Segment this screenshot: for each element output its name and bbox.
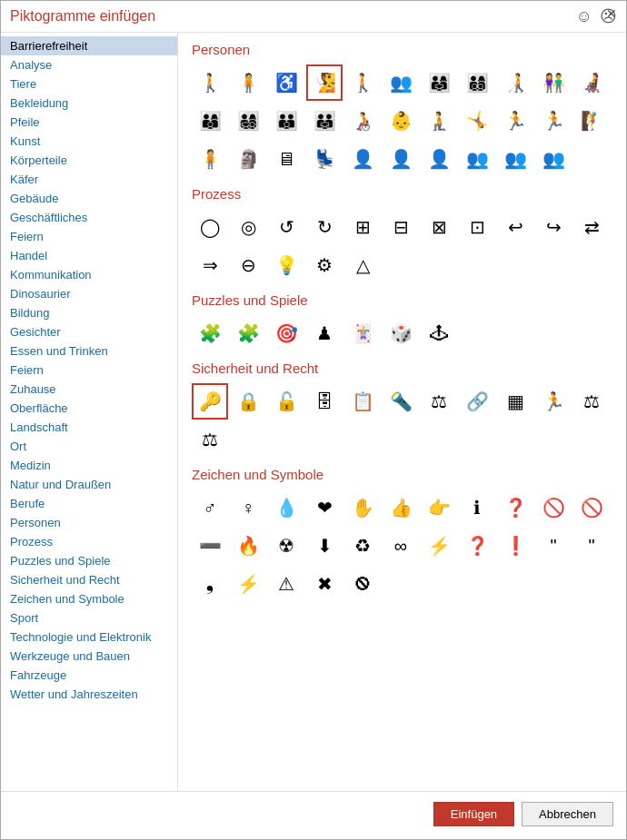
icon-cell[interactable]: 🧎 [421,103,457,139]
sidebar-item-gebäude[interactable]: Gebäude [1,189,177,208]
icon-cell[interactable]: ❓ [459,528,495,564]
icon-cell[interactable]: 🧑‍🦼 [573,64,610,101]
sidebar-item-gesichter[interactable]: Gesichter [1,322,177,341]
icon-cell[interactable]: 🧑‍🦽 [344,103,381,139]
icon-cell[interactable]: 👨‍👨‍👧 [306,103,343,139]
sidebar-item-kunst[interactable]: Kunst [1,132,177,151]
icon-cell[interactable]: 👥 [535,141,572,177]
icon-cell[interactable]: 👍 [383,489,419,526]
icon-cell[interactable]: " [573,528,610,564]
icon-cell[interactable]: 📋 [344,383,381,420]
icon-cell[interactable]: ♿ [268,64,304,101]
icon-cell[interactable]: ➖ [192,528,228,564]
icon-cell[interactable]: ⚖ [192,421,228,458]
sidebar-item-ort[interactable]: Ort [1,437,177,456]
icon-cell[interactable]: 👶 [383,103,419,139]
icon-cell[interactable]: 🚶 [344,64,381,101]
sidebar-item-bekleidung[interactable]: Bekleidung [1,94,177,113]
icon-cell[interactable]: 🛇 [344,566,381,602]
icon-cell[interactable]: 👨‍👩‍👦‍👦 [459,64,495,101]
icon-cell[interactable]: 🧏 [306,64,343,101]
icon-cell[interactable]: ❗ [497,528,533,564]
icon-cell[interactable]: ⬇ [306,528,343,564]
icon-cell[interactable]: ⚖ [421,383,457,420]
sidebar-item-barrierefreiheit[interactable]: Barrierefreiheit [1,36,177,55]
icon-cell[interactable]: ⚖ [573,383,610,420]
insert-button[interactable]: Einfügen [433,802,514,826]
sidebar-item-pfeile[interactable]: Pfeile [1,113,177,132]
sidebar-item-werkzeuge-und-bauen[interactable]: Werkzeuge und Bauen [1,647,177,666]
icon-cell[interactable]: 🚫 [535,489,572,526]
icon-cell[interactable]: ℹ [459,489,495,526]
icon-cell[interactable]: ↺ [268,209,304,245]
icon-cell[interactable]: 🎲 [383,315,419,351]
icon-cell[interactable]: ✖ [306,566,343,602]
icon-cell[interactable]: 🤸 [459,103,495,139]
icon-cell[interactable]: ⚠ [268,566,304,602]
icon-cell[interactable]: 🕹 [421,315,457,351]
icon-cell[interactable]: 👪 [268,103,304,139]
icon-cell[interactable]: 🔑 [192,383,228,420]
icon-cell[interactable]: 👥 [497,141,533,177]
icon-cell[interactable]: △ [344,247,381,283]
icon-cell[interactable]: 👨‍👩‍👦 [192,103,228,139]
sidebar-item-puzzles-und-spiele[interactable]: Puzzles und Spiele [1,551,177,570]
icon-cell[interactable]: 👤 [344,141,381,177]
icon-cell[interactable]: ✋ [344,489,381,526]
icon-cell[interactable]: 🏃 [497,103,533,139]
sidebar-item-bildung[interactable]: Bildung [1,303,177,322]
cancel-button[interactable]: Abbrechen [522,802,613,826]
happy-icon[interactable]: ☺ [576,7,592,26]
icon-cell[interactable]: 🔓 [268,383,304,420]
icon-cell[interactable]: 🚶 [192,64,228,101]
sidebar-item-körperteile[interactable]: Körperteile [1,151,177,170]
icon-cell[interactable]: 🧍 [230,64,266,101]
icon-cell[interactable]: 👨‍👩‍👧‍👦 [230,103,266,139]
icon-cell[interactable]: 💺 [306,141,343,177]
sidebar-item-personen[interactable]: Personen [1,513,177,532]
icon-cell[interactable]: 👤 [421,141,457,177]
icon-cell[interactable]: ❤ [306,489,343,526]
icon-cell[interactable]: ⊞ [344,209,381,245]
icon-cell[interactable]: ⊖ [230,247,266,283]
icon-cell[interactable]: 🔦 [383,383,419,420]
sidebar-item-sicherheit-und-recht[interactable]: Sicherheit und Recht [1,570,177,589]
close-button[interactable]: ✕ [606,6,617,21]
icon-cell[interactable]: 🧑‍🦯 [497,64,533,101]
icon-cell[interactable]: 🏃 [535,383,572,420]
sidebar-item-technologie-und-elektronik[interactable]: Technologie und Elektronik [1,628,177,647]
icon-cell[interactable]: 🗄 [306,383,343,420]
sidebar-item-feiern[interactable]: Feiern [1,227,177,246]
icon-cell[interactable]: ♀ [230,489,266,526]
sidebar-item-oberfläche[interactable]: Oberfläche [1,399,177,418]
icon-cell[interactable]: 🧩 [192,315,228,351]
icon-cell[interactable]: 👉 [421,489,457,526]
icon-cell[interactable]: 🎯 [268,315,304,351]
icon-cell[interactable]: ⊡ [459,209,495,245]
icon-cell[interactable]: 👫 [535,64,572,101]
icon-cell[interactable]: ↩ [497,209,533,245]
icon-cell[interactable]: ⚡ [421,528,457,564]
icon-cell[interactable]: ♻ [344,528,381,564]
icon-cell[interactable]: 🖥 [268,141,304,177]
icon-cell[interactable]: 🚫 [573,489,610,526]
icon-cell[interactable]: ☢ [268,528,304,564]
icon-cell[interactable]: " [535,528,572,564]
icon-cell[interactable]: ❟ [192,566,228,602]
icon-cell[interactable]: ⊠ [421,209,457,245]
sidebar-item-käfer[interactable]: Käfer [1,170,177,189]
icon-cell[interactable]: ⇒ [192,247,228,283]
icon-cell[interactable]: ∞ [383,528,419,564]
sidebar-item-kommunikation[interactable]: Kommunikation [1,265,177,284]
sidebar-item-wetter-und-jahreszeiten[interactable]: Wetter und Jahreszeiten [1,685,177,704]
icon-cell[interactable]: 🧗 [573,103,610,139]
sidebar-item-fahrzeuge[interactable]: Fahrzeuge [1,666,177,685]
sidebar-item-geschäftliches[interactable]: Geschäftliches [1,208,177,227]
icon-cell[interactable]: 💡 [268,247,304,283]
icon-cell[interactable]: 🗿 [230,141,266,177]
sidebar-item-prozess[interactable]: Prozess [1,532,177,551]
icon-cell[interactable]: ⚡ [230,566,266,602]
sidebar-item-dinosaurier[interactable]: Dinosaurier [1,284,177,303]
icon-cell[interactable]: ↻ [306,209,343,245]
sidebar-item-zuhause[interactable]: Zuhause [1,380,177,399]
